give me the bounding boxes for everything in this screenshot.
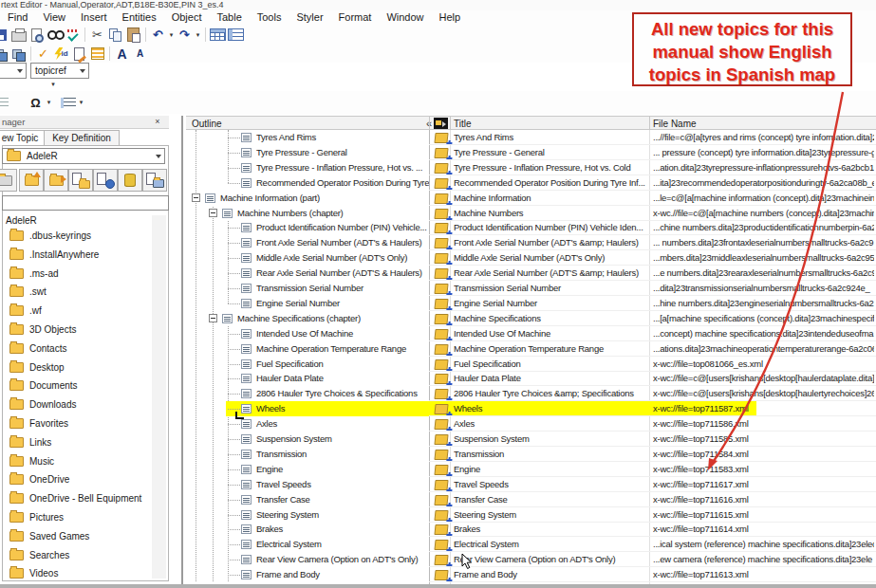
folder-item[interactable]: OneDrive <box>0 472 69 487</box>
outline-grid-row[interactable]: Travel Speedsx-wc://file=top711617.xml <box>429 477 876 492</box>
cut-icon[interactable]: ✂ <box>88 27 106 44</box>
title-cell[interactable]: Electrical System <box>454 539 648 549</box>
filename-cell[interactable]: x-wc://file=c@[users[krishans[desktop[ha… <box>653 388 874 398</box>
title-cell[interactable]: Engine Serial Number <box>454 298 648 308</box>
outline-grid-row[interactable]: Steering Systemx-wc://file=top711615.xml <box>429 507 876 523</box>
filename-cell[interactable]: ...e numbers.dita]23rearaxleserialnumber… <box>653 267 874 278</box>
column-header-title[interactable]: Title <box>454 118 472 130</box>
title-cell[interactable]: Rear Axle Serial Number (ADT'S &amp; Hau… <box>454 267 648 278</box>
dotted-list-icon[interactable] <box>0 94 9 111</box>
menu-insert[interactable]: Insert <box>73 10 115 25</box>
title-cell[interactable]: Machine Operation Temperature Range <box>454 343 648 354</box>
outline-grid-row[interactable]: Transfer Casex-wc://file=top711616.xml <box>429 492 876 507</box>
outline-tree-item[interactable]: Wheels <box>186 401 429 416</box>
folder-dropdown[interactable]: AdeleR <box>2 148 165 164</box>
folder-item[interactable]: Videos <box>0 566 58 580</box>
print-preview-icon[interactable] <box>28 27 46 44</box>
outline-tree-item[interactable]: Machine Numbers (chapter) <box>186 206 429 221</box>
special-character-dropdown-icon[interactable]: ▾ <box>45 99 53 106</box>
outline-grid-row[interactable]: Machine Information...le=c@[a[machine in… <box>429 191 876 206</box>
title-cell[interactable]: Tyre Pressure - General <box>454 147 648 157</box>
folder-item[interactable]: Favorites <box>0 416 68 431</box>
filename-cell[interactable]: ...[a[machine specifications (concept).d… <box>653 313 874 323</box>
filename-cell[interactable]: ...mbers.dita]23middleaxleserialnumbersm… <box>653 252 874 263</box>
folder-item[interactable]: .InstallAnywhere <box>0 248 99 262</box>
folder-item[interactable]: Pictures <box>0 510 64 524</box>
title-cell[interactable]: Front Axle Serial Number (ADT's &amp; Ha… <box>454 237 648 248</box>
filename-cell[interactable]: ...ations.dita]23machineoperationtempera… <box>653 343 874 354</box>
filename-cell[interactable]: ...ical system (reference) machine speci… <box>653 539 874 549</box>
outline-tree-item[interactable]: Tyre Pressure - Inflation Pressure, Hot … <box>186 160 429 175</box>
filename-cell[interactable]: x-wc://file=top711584.xml <box>653 449 874 459</box>
outline-tree-item[interactable]: Machine Operation Temperature Range <box>186 341 429 357</box>
assign-id-icon[interactable]: id <box>52 46 70 63</box>
outline-tree-item[interactable]: Machine Specifications (chapter) <box>186 311 429 326</box>
undo-dropdown-icon[interactable]: ▾ <box>167 31 176 39</box>
menu-find[interactable]: Find <box>0 10 35 25</box>
close-icon[interactable]: × <box>152 117 163 127</box>
collapse-node-icon[interactable] <box>209 209 217 217</box>
folder-item[interactable]: .dbus-keyrings <box>0 229 91 243</box>
outline-grid-row[interactable]: Brakesx-wc://file=top711614.xml <box>429 522 876 537</box>
numbered-list-dropdown-icon[interactable]: ▾ <box>77 99 85 106</box>
folder-item[interactable]: .ms-ad <box>0 266 59 281</box>
outline-tree-item[interactable]: Electrical System <box>186 537 429 552</box>
filename-cell[interactable]: ...ita]23recommendedoperatorpositionduri… <box>653 177 874 188</box>
filename-cell[interactable]: ... numbers.dita]23frontaxleserialnumber… <box>653 237 874 248</box>
outline-grid-row[interactable]: Axlesx-wc://file=top711586.xml <box>429 416 876 432</box>
outline-tree-item[interactable]: Fuel Specification <box>186 357 429 372</box>
outline-tree-item[interactable]: Intended Use Of Machine <box>186 326 429 341</box>
menu-table[interactable]: Table <box>209 10 249 25</box>
outline-grid-row[interactable]: Tyres And Rims...//file=c@[a[tyres and r… <box>429 130 876 145</box>
filename-cell[interactable]: x-wc://file=top711586.xml <box>653 418 874 429</box>
outline-tree-item[interactable]: Middle Axle Serial Number (ADT's Only) <box>186 250 429 266</box>
filename-cell[interactable]: x-wc://file=top711583.xml <box>653 464 874 474</box>
outline-grid-row[interactable]: Suspension Systemx-wc://file=top711585.x… <box>429 432 876 447</box>
collapse-node-icon[interactable] <box>209 314 217 322</box>
filename-cell[interactable]: ...chine numbers.dita]23productidentific… <box>653 222 874 232</box>
manager-filter-input[interactable] <box>2 195 169 211</box>
outline-grid-row[interactable]: 2806 Hauler Tyre Choices &amp; Specifica… <box>429 386 876 401</box>
folder-item[interactable]: Desktop <box>0 360 65 375</box>
font-larger-icon[interactable]: A <box>113 46 131 63</box>
collapse-node-icon[interactable] <box>192 193 200 202</box>
outline-grid-row[interactable]: Middle Axle Serial Number (ADT's Only)..… <box>429 250 876 266</box>
title-cell[interactable]: Tyre Pressure - Inflation Pressure, Hot … <box>454 162 648 173</box>
outline-grid-row[interactable]: Frame and Bodyx-wc://file=top711613.xml <box>429 567 876 582</box>
outline-grid-row[interactable]: Rear View Camera (Option on ADT's Only).… <box>429 552 876 567</box>
table-view-icon[interactable] <box>227 27 245 44</box>
folder-item[interactable]: Contacts <box>0 341 66 356</box>
repository-button[interactable] <box>118 169 142 192</box>
filename-cell[interactable]: x-wc://file=top711616.xml <box>653 494 874 505</box>
filename-cell[interactable]: x-wc://file=top711615.xml <box>653 509 874 520</box>
filename-cell[interactable]: x-wc://file=c@[users[krishans[desktop[ha… <box>653 373 874 383</box>
outline-tree-item[interactable]: Engine Serial Number <box>186 296 429 311</box>
outline-tree-item[interactable]: Travel Speeds <box>186 477 429 492</box>
validate-check-icon[interactable]: ✓ <box>34 46 52 63</box>
menu-tools[interactable]: Tools <box>250 10 289 25</box>
print-icon[interactable] <box>9 27 28 44</box>
menu-help[interactable]: Help <box>432 10 469 25</box>
outline-tree-item[interactable]: Steering System <box>186 507 429 523</box>
folder-item[interactable]: 3D Objects <box>0 322 76 337</box>
filename-cell[interactable]: ... pressure (concept) tyre information.… <box>653 147 874 157</box>
filename-cell[interactable]: x-wc.//file=c@[a[machine numbers (concep… <box>653 208 874 218</box>
outline-grid-row[interactable]: Wheelsx-wc://file=top711587.xml <box>429 401 876 416</box>
bottom-scrollbar[interactable] <box>0 584 876 588</box>
spellcheck-icon[interactable] <box>64 27 82 44</box>
filename-cell[interactable]: ...//file=c@[a[tyres and rims (concept) … <box>653 132 874 142</box>
outline-grid-row[interactable]: Product Identification Number (PIN) Vehi… <box>429 220 876 235</box>
paste-icon[interactable] <box>124 27 142 44</box>
menu-object[interactable]: Object <box>164 10 210 25</box>
menu-view[interactable]: View <box>35 10 73 25</box>
folder-item[interactable]: .wf <box>0 303 42 318</box>
outline-grid-row[interactable]: Fuel Specificationx-wc://file=top081066_… <box>429 357 876 372</box>
outline-tree-item[interactable]: Hauler Data Plate <box>186 371 429 386</box>
outline-grid-row[interactable]: Hauler Data Platex-wc://file=c@[users[kr… <box>429 371 876 386</box>
title-cell[interactable]: 2806 Hauler Tyre Choices &amp; Specifica… <box>454 388 648 398</box>
title-cell[interactable]: Machine Specifications <box>454 313 648 323</box>
title-cell[interactable]: Middle Axle Serial Number (ADT's Only) <box>454 252 648 263</box>
style-dropdown[interactable] <box>0 63 27 79</box>
outline-tree-item[interactable]: Product Identification Number (PIN) Vehi… <box>186 220 429 235</box>
filename-cell[interactable]: x-wc://file=top711614.xml <box>653 524 874 534</box>
